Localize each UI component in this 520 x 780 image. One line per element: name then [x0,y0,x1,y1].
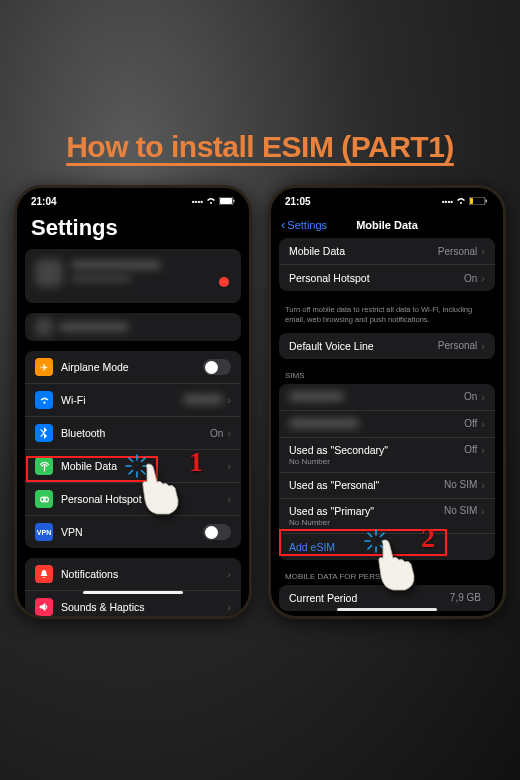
row-sim[interactable]: Used as "Personal" No SIM › [279,473,495,499]
phone-pair: 21:04 •••• Settings ✈ [14,185,506,619]
row-personal-hotspot[interactable]: Personal Hotspot On › [279,265,495,291]
signal-icon: •••• [192,197,203,206]
chevron-right-icon: › [481,505,485,517]
back-label: Settings [287,219,327,231]
row-default-voice-line[interactable]: Default Voice Line Personal › [279,333,495,359]
bell-icon [35,565,53,583]
speaker-icon [35,598,53,616]
chevron-right-icon: › [227,601,231,613]
sims-caption: SIMs [279,369,495,384]
usage-group: Current Period 7,9 GB [279,585,495,611]
row-value: Personal [438,246,477,257]
row-value: Off [464,444,477,455]
vpn-icon: VPN [35,523,53,541]
row-sim[interactable]: Used as "Secondary" No Number Off › [279,438,495,473]
row-value: On [464,273,477,284]
antenna-icon [35,457,53,475]
row-bluetooth[interactable]: Bluetooth On › [25,417,241,450]
row-sublabel: No Number [289,518,444,527]
chevron-right-icon: › [227,427,231,439]
wifi-icon [206,197,216,207]
row-label: Mobile Data [289,245,438,257]
row-value: On [464,391,477,402]
row-label: Sounds & Haptics [61,601,227,613]
row-label: Used as "Primary" [289,505,444,517]
vpn-toggle[interactable] [203,524,231,540]
row-value: Off [464,418,477,429]
status-bar: 21:04 •••• [17,188,249,211]
status-time: 21:05 [285,196,311,207]
nav-header: ‹ Settings Mobile Data [271,211,503,238]
battery-icon [219,197,235,207]
row-value-blurred [183,395,223,406]
home-indicator [337,608,437,611]
row-vpn[interactable]: VPN VPN [25,516,241,548]
row-label: Personal Hotspot [61,493,227,505]
data-group: Mobile Data Personal › Personal Hotspot … [279,238,495,291]
phone-right: 21:05 •••• ‹ Settings Mobile Data Mo [268,185,506,619]
signal-icon: •••• [442,197,453,206]
chevron-right-icon: › [481,245,485,257]
row-airplane-mode[interactable]: ✈ Airplane Mode [25,351,241,384]
row-wifi[interactable]: Wi-Fi › [25,384,241,417]
row-add-esim[interactable]: Add eSIM [279,534,495,560]
voice-line-group: Default Voice Line Personal › [279,333,495,359]
row-label: Personal Hotspot [289,272,464,284]
row-value: 7,9 GB [450,592,481,603]
row-value: Personal [438,340,477,351]
phone-left: 21:04 •••• Settings ✈ [14,185,252,619]
secondary-card-blurred[interactable] [25,313,241,341]
row-label-blurred [289,418,464,430]
notifications-group: Notifications › Sounds & Haptics › Focus… [25,558,241,619]
row-label: Bluetooth [61,427,210,439]
status-bar: 21:05 •••• [271,188,503,211]
home-indicator [83,591,183,594]
connectivity-group: ✈ Airplane Mode Wi-Fi › Bluetoot [25,351,241,548]
hotspot-icon [35,490,53,508]
row-value: No SIM [444,505,477,516]
row-label: Used as "Personal" [289,479,444,491]
svg-rect-1 [220,198,232,204]
mobile-data-for-caption: MOBILE DATA FOR PERSON [279,570,495,585]
chevron-right-icon: › [481,340,485,352]
chevron-left-icon: ‹ [281,217,285,232]
back-button[interactable]: ‹ Settings [281,217,327,232]
row-current-period[interactable]: Current Period 7,9 GB [279,585,495,611]
row-sim[interactable]: Off › [279,411,495,438]
add-esim-label: Add eSIM [289,541,485,553]
chevron-right-icon: › [481,391,485,403]
row-label: Mobile Data [61,460,227,472]
wifi-icon [456,197,466,207]
chevron-right-icon: › [481,272,485,284]
row-mobile-data[interactable]: Mobile Data › [25,450,241,483]
profile-card-blurred[interactable] [25,249,241,303]
chevron-right-icon: › [481,418,485,430]
row-sounds-haptics[interactable]: Sounds & Haptics › [25,591,241,619]
row-personal-hotspot[interactable]: Personal Hotspot › [25,483,241,516]
row-label: Default Voice Line [289,340,438,352]
svg-rect-14 [470,198,473,204]
settings-heading: Settings [17,211,249,249]
bluetooth-icon [35,424,53,442]
row-sim[interactable]: Used as "Primary" No Number No SIM › [279,499,495,534]
chevron-right-icon: › [227,493,231,505]
chevron-right-icon: › [227,394,231,406]
row-notifications[interactable]: Notifications › [25,558,241,591]
row-mobile-data[interactable]: Mobile Data Personal › [279,238,495,265]
page-title: How to install ESIM (PART1) [0,130,520,164]
row-label: Used as "Secondary" [289,444,464,456]
row-label: Notifications [61,568,227,580]
airplane-toggle[interactable] [203,359,231,375]
svg-rect-15 [486,199,488,202]
airplane-icon: ✈ [35,358,53,376]
svg-rect-2 [233,199,235,202]
row-label: Airplane Mode [61,361,203,373]
wifi-icon [35,391,53,409]
row-label: Current Period [289,592,450,604]
sims-group: On › Off › Used as "Secondary" No Number… [279,384,495,560]
row-sim[interactable]: On › [279,384,495,411]
chevron-right-icon: › [227,568,231,580]
row-value: On [210,428,223,439]
battery-icon [469,197,489,207]
chevron-right-icon: › [481,479,485,491]
